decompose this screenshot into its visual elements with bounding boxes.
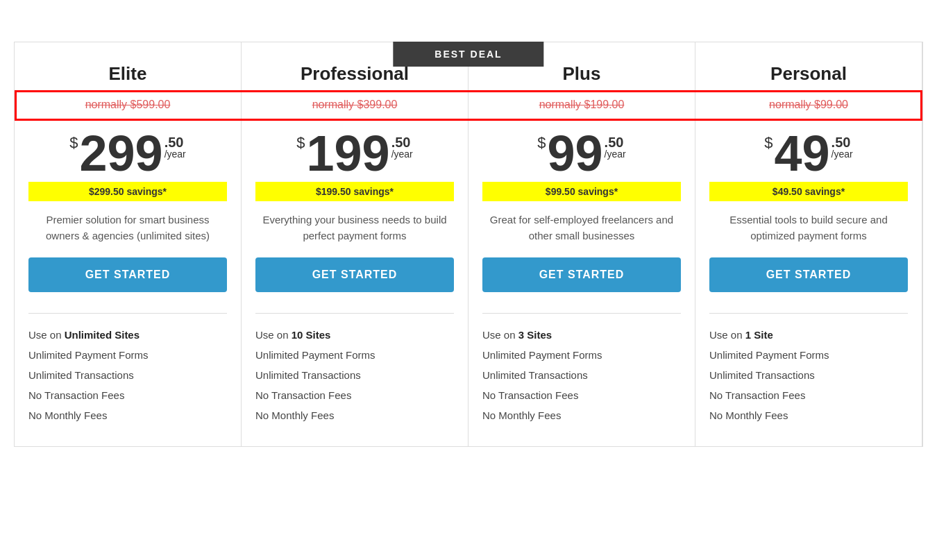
feature-item-plus-3: No Transaction Fees <box>482 385 681 405</box>
plan-description-elite: Premier solution for smart business owne… <box>28 212 227 244</box>
savings-badge-elite: $299.50 savings* <box>28 182 227 201</box>
features-list-professional: Use on 10 SitesUnlimited Payment FormsUn… <box>255 325 454 425</box>
get-started-button-elite[interactable]: GET STARTED <box>28 257 227 292</box>
feature-item-personal-3: No Transaction Fees <box>709 385 908 405</box>
dollar-sign-elite: $ <box>69 135 78 151</box>
feature-item-personal-0: Use on 1 Site <box>709 325 908 345</box>
savings-badge-professional: $199.50 savings* <box>255 182 454 201</box>
price-period-plus: /year <box>605 149 626 159</box>
feature-item-professional-2: Unlimited Transactions <box>255 365 454 385</box>
price-right-professional: .50/year <box>391 135 413 159</box>
feature-item-personal-1: Unlimited Payment Forms <box>709 345 908 365</box>
feature-item-elite-4: No Monthly Fees <box>28 405 227 425</box>
feature-item-professional-4: No Monthly Fees <box>255 405 454 425</box>
price-right-elite: .50/year <box>164 135 186 159</box>
price-main-personal: 49 <box>775 128 830 178</box>
price-block-professional: $199.50/year <box>296 128 413 178</box>
price-period-personal: /year <box>832 149 853 159</box>
savings-badge-personal: $49.50 savings* <box>709 182 908 201</box>
feature-item-plus-1: Unlimited Payment Forms <box>482 345 681 365</box>
features-list-plus: Use on 3 SitesUnlimited Payment FormsUnl… <box>482 325 681 425</box>
feature-item-personal-4: No Monthly Fees <box>709 405 908 425</box>
feature-item-personal-2: Unlimited Transactions <box>709 365 908 385</box>
price-main-elite: 299 <box>79 128 162 178</box>
price-main-professional: 199 <box>306 128 389 178</box>
normal-price-professional: normally $399.00 <box>255 92 454 118</box>
price-period-elite: /year <box>164 149 186 159</box>
price-cents-plus: .50 <box>605 135 626 149</box>
price-right-plus: .50/year <box>605 135 626 159</box>
plan-col-elite: Elitenormally $599.00$299.50/year$299.50… <box>15 42 242 446</box>
feature-item-plus-4: No Monthly Fees <box>482 405 681 425</box>
plan-col-personal: Personalnormally $99.00$49.50/year$49.50… <box>695 42 922 446</box>
plan-name-elite: Elite <box>109 63 147 85</box>
plan-description-personal: Essential tools to build secure and opti… <box>709 212 908 244</box>
get-started-button-plus[interactable]: GET STARTED <box>482 257 681 292</box>
feature-item-professional-3: No Transaction Fees <box>255 385 454 405</box>
price-cents-elite: .50 <box>164 135 186 149</box>
feature-item-elite-0: Use on Unlimited Sites <box>28 325 227 345</box>
feature-item-plus-2: Unlimited Transactions <box>482 365 681 385</box>
price-block-elite: $299.50/year <box>69 128 186 178</box>
features-list-elite: Use on Unlimited SitesUnlimited Payment … <box>28 325 227 425</box>
best-deal-banner: BEST DEAL <box>393 42 543 67</box>
plan-name-personal: Personal <box>770 63 847 85</box>
pricing-wrapper: BEST DEAL Elitenormally $599.00$299.50/y… <box>14 42 923 447</box>
price-main-plus: 99 <box>548 128 603 178</box>
normal-price-personal: normally $99.00 <box>709 92 908 118</box>
normal-price-plus: normally $199.00 <box>482 92 681 118</box>
price-right-personal: .50/year <box>832 135 853 159</box>
feature-item-elite-2: Unlimited Transactions <box>28 365 227 385</box>
plan-description-plus: Great for self-employed freelancers and … <box>482 212 681 244</box>
divider-professional <box>255 313 454 314</box>
plan-col-plus: Plusnormally $199.00$99.50/year$99.50 sa… <box>468 42 695 446</box>
divider-personal <box>709 313 908 314</box>
pricing-table: Elitenormally $599.00$299.50/year$299.50… <box>14 42 923 447</box>
feature-item-professional-0: Use on 10 Sites <box>255 325 454 345</box>
feature-item-plus-0: Use on 3 Sites <box>482 325 681 345</box>
divider-elite <box>28 313 227 314</box>
features-list-personal: Use on 1 SiteUnlimited Payment FormsUnli… <box>709 325 908 425</box>
savings-badge-plus: $99.50 savings* <box>482 182 681 201</box>
divider-plus <box>482 313 681 314</box>
price-cents-personal: .50 <box>832 135 853 149</box>
plan-description-professional: Everything your business needs to build … <box>255 212 454 244</box>
normal-price-elite: normally $599.00 <box>28 92 227 118</box>
price-period-professional: /year <box>391 149 413 159</box>
get-started-button-personal[interactable]: GET STARTED <box>709 257 908 292</box>
price-cents-professional: .50 <box>391 135 413 149</box>
price-block-personal: $49.50/year <box>764 128 852 178</box>
dollar-sign-plus: $ <box>537 135 546 151</box>
dollar-sign-personal: $ <box>764 135 773 151</box>
plan-col-professional: Professionalnormally $399.00$199.50/year… <box>242 42 468 446</box>
dollar-sign-professional: $ <box>296 135 305 151</box>
feature-item-elite-1: Unlimited Payment Forms <box>28 345 227 365</box>
feature-item-professional-1: Unlimited Payment Forms <box>255 345 454 365</box>
get-started-button-professional[interactable]: GET STARTED <box>255 257 454 292</box>
plan-name-plus: Plus <box>563 63 601 85</box>
price-block-plus: $99.50/year <box>537 128 625 178</box>
feature-item-elite-3: No Transaction Fees <box>28 385 227 405</box>
